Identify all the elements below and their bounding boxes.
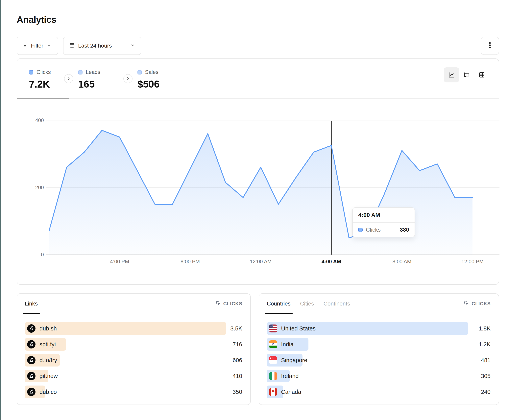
tab-links[interactable]: Links — [25, 294, 38, 314]
stat-value: $506 — [137, 79, 231, 90]
row-label: United States — [281, 325, 316, 332]
list-item[interactable]: India1.2K — [267, 338, 491, 351]
date-range-button[interactable]: Last 24 hours — [63, 37, 141, 55]
chevron-right-icon — [125, 76, 131, 81]
x-axis-tick: 8:00 PM — [180, 259, 200, 264]
row-label: dub.co — [39, 389, 57, 395]
tab-cities[interactable]: Cities — [300, 294, 314, 314]
tab-leads[interactable]: Leads 165 — [69, 59, 128, 98]
list-item[interactable]: dub.co350 — [25, 385, 242, 398]
row-value: 305 — [481, 370, 491, 382]
chevron-down-icon — [130, 43, 135, 49]
metric-selector[interactable]: CLICKS — [215, 294, 242, 314]
cursor-click-icon — [463, 300, 469, 307]
date-range-label: Last 24 hours — [78, 43, 112, 49]
us-flag-icon — [269, 325, 277, 333]
row-label: spti.fyi — [39, 341, 56, 348]
list-item[interactable]: Canada240 — [267, 385, 491, 398]
expand-clicks-button[interactable] — [64, 74, 73, 83]
list-item[interactable]: Singapore481 — [267, 354, 491, 367]
clicks-area-chart[interactable]: 02004004:00 PM8:00 PM12:00 AM4:00 AM8:00… — [17, 99, 500, 285]
list-item[interactable]: dub.sh3.5K — [25, 322, 242, 335]
line-chart-icon — [448, 71, 455, 79]
chart-tooltip: 4:00 AM Clicks 380 — [352, 207, 415, 237]
leads-legend-icon — [78, 70, 82, 74]
kebab-menu-icon — [486, 41, 494, 51]
list-item[interactable]: spti.fyi716 — [25, 338, 242, 351]
x-axis-tick: 4:00 AM — [321, 259, 341, 264]
clicks-legend-icon — [358, 228, 363, 232]
sg-flag-icon — [269, 356, 277, 364]
row-label: git.new — [39, 373, 58, 379]
x-axis-tick: 4:00 PM — [110, 259, 129, 264]
x-axis-tick: 12:00 AM — [250, 259, 272, 264]
list-item[interactable]: Ireland305 — [267, 370, 491, 382]
row-value: 1.8K — [479, 322, 491, 335]
ca-flag-icon — [269, 388, 277, 396]
stat-label: Leads — [86, 69, 100, 75]
row-value: 3.5K — [230, 322, 242, 335]
dub-logo-icon — [27, 372, 36, 380]
cursor-click-icon — [215, 300, 221, 307]
funnel-view-button[interactable] — [459, 67, 474, 82]
chevron-down-icon — [46, 43, 52, 49]
row-label: India — [281, 341, 294, 348]
y-axis-tick: 400 — [35, 117, 44, 123]
list-item[interactable]: United States1.8K — [267, 322, 491, 335]
line-chart-view-button[interactable] — [444, 67, 459, 82]
row-label: Ireland — [281, 373, 299, 379]
links-card: Links CLICKS dub.sh3.5Kspti.fyi716d.to/t… — [17, 293, 251, 405]
sales-legend-icon — [137, 70, 142, 74]
row-value: 1.2K — [479, 338, 491, 351]
y-axis-tick: 200 — [35, 184, 44, 190]
tooltip-time: 4:00 AM — [353, 208, 415, 223]
stat-value: 7.2K — [29, 79, 69, 90]
x-axis-tick: 12:00 PM — [461, 259, 483, 264]
row-value: 716 — [233, 338, 242, 351]
dub-logo-icon — [27, 324, 36, 333]
calendar-icon — [69, 42, 75, 50]
dub-logo-icon — [27, 388, 36, 396]
row-value: 606 — [233, 354, 242, 367]
metric-label: CLICKS — [471, 301, 491, 306]
ie-flag-icon — [269, 372, 277, 380]
row-label: dub.sh — [39, 325, 57, 332]
list-item[interactable]: git.new410 — [25, 370, 242, 382]
tooltip-value: 380 — [400, 227, 409, 233]
dub-logo-icon — [27, 340, 36, 348]
countries-card: Countries Cities Continents CLICKS Unite… — [259, 293, 499, 405]
dub-logo-icon — [27, 356, 36, 364]
filter-button[interactable]: Filter — [17, 37, 58, 55]
list-item[interactable]: d.to/try606 — [25, 354, 242, 367]
metric-label: CLICKS — [223, 301, 242, 306]
row-value: 240 — [481, 385, 491, 398]
in-flag-icon — [269, 340, 277, 348]
filter-lines-icon — [22, 42, 28, 49]
sidebar-edge — [0, 0, 1, 420]
table-view-button[interactable] — [474, 67, 489, 82]
expand-leads-button[interactable] — [123, 74, 133, 83]
filter-button-label: Filter — [31, 43, 43, 49]
table-grid-icon — [478, 71, 486, 79]
page-title: Analytics — [17, 14, 56, 25]
tab-sales[interactable]: Sales $506 — [128, 59, 231, 98]
analytics-card: Clicks 7.2K Leads 165 Sales $506 0200400… — [17, 58, 499, 285]
row-label: d.to/try — [39, 357, 57, 363]
chevron-right-icon — [66, 76, 71, 81]
row-value: 410 — [233, 370, 242, 382]
stat-label: Clicks — [37, 69, 51, 75]
stat-label: Sales — [145, 69, 158, 75]
y-axis-tick: 0 — [41, 252, 44, 258]
tab-continents[interactable]: Continents — [323, 294, 350, 314]
metric-selector[interactable]: CLICKS — [463, 294, 491, 314]
funnel-chart-icon — [463, 71, 470, 79]
row-label: Canada — [281, 389, 301, 395]
clicks-legend-icon — [29, 70, 33, 74]
row-label: Singapore — [281, 357, 307, 363]
x-axis-tick: 8:00 AM — [392, 259, 411, 264]
more-menu-button[interactable] — [481, 37, 499, 55]
tab-clicks[interactable]: Clicks 7.2K — [17, 59, 69, 98]
tooltip-series-label: Clicks — [366, 227, 396, 233]
row-value: 350 — [233, 385, 242, 398]
tab-countries[interactable]: Countries — [267, 294, 291, 314]
